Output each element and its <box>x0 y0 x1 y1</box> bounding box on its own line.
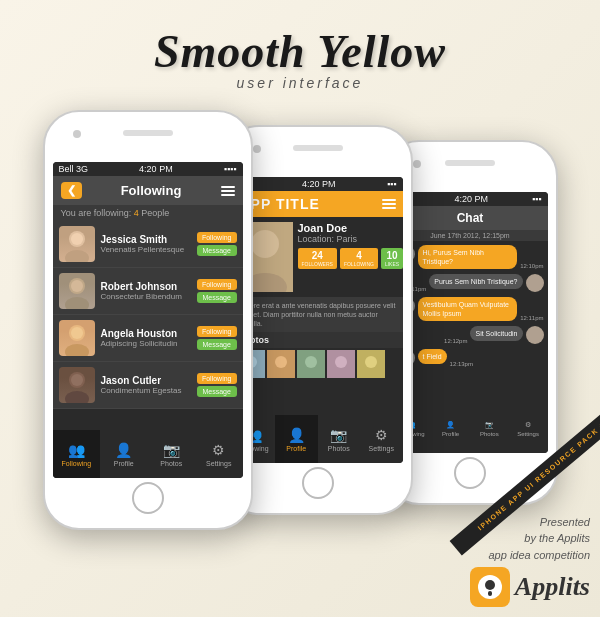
svg-point-8 <box>71 327 83 339</box>
contact-item-2[interactable]: Robert Johnson Consectetur Bibendum Foll… <box>53 268 243 315</box>
following-button-2[interactable]: Following <box>197 279 237 290</box>
photo-thumb-2[interactable] <box>267 350 295 378</box>
photo-thumb-5[interactable] <box>357 350 385 378</box>
tab-profile-label-2: Profile <box>286 445 306 452</box>
tab-profile-3[interactable]: 👤 Profile <box>431 405 470 453</box>
following-button-3[interactable]: Following <box>197 326 237 337</box>
svg-point-2 <box>71 233 83 245</box>
contact-item-4[interactable]: Jason Cutler Condimentum Egestas Followi… <box>53 362 243 409</box>
tab-profile-2[interactable]: 👤 Profile <box>275 415 318 463</box>
photo-thumb-4[interactable] <box>327 350 355 378</box>
following-button-4[interactable]: Following <box>197 373 237 384</box>
tab-settings-label-1: Settings <box>206 460 231 467</box>
chat-bubble-5: t Field <box>418 349 447 364</box>
profile-area: Joan Doe Location: Paris 24 FOLLOWERS 4 … <box>233 217 403 297</box>
photos-icon-3: 📷 <box>485 421 494 429</box>
chat-date: June 17th 2012, 12:15pm <box>393 230 548 241</box>
phone-screen-1: Bell 3G 4:20 PM ▪▪▪▪ ❮ Following You are… <box>53 162 243 478</box>
avatar-jason <box>59 367 95 403</box>
message-button-2[interactable]: Message <box>197 292 237 303</box>
tab-settings-1[interactable]: ⚙ Settings <box>195 430 243 478</box>
tab-following-label: Following <box>61 460 91 467</box>
tab-settings-2[interactable]: ⚙ Settings <box>360 415 403 463</box>
photos-grid <box>233 348 403 380</box>
contact-list: Jessica Smith Venenatis Pellentesque Fol… <box>53 221 243 409</box>
photo-thumb-3[interactable] <box>297 350 325 378</box>
stat-following: 4 FOLLOWING <box>340 248 378 269</box>
contact-buttons-4: Following Message <box>197 373 237 397</box>
main-title: Smooth Yellow <box>154 29 446 75</box>
stat-following-label: FOLLOWING <box>344 261 374 267</box>
tab-photos-3[interactable]: 📷 Photos <box>470 405 509 453</box>
carrier-1: Bell 3G <box>59 164 89 174</box>
menu-icon-1[interactable] <box>221 186 235 196</box>
settings-icon-3: ⚙ <box>525 421 531 429</box>
chat-time-4: 12:12pm <box>444 338 467 344</box>
tab-following-1[interactable]: 👥 Following <box>53 430 101 478</box>
svg-point-10 <box>65 391 89 403</box>
applits-icon <box>470 567 510 607</box>
contact-info-1: Jessica Smith Venenatis Pellentesque <box>101 234 191 254</box>
following-button-1[interactable]: Following <box>197 232 237 243</box>
profile-stats: 24 FOLLOWERS 4 FOLLOWING 10 LIKES <box>298 248 403 269</box>
tab-profile-1[interactable]: 👤 Profile <box>100 430 148 478</box>
svg-point-4 <box>65 297 89 309</box>
contact-sub-3: Adipiscing Sollicitudin <box>101 339 191 348</box>
tab-photos-label-1: Photos <box>160 460 182 467</box>
message-button-3[interactable]: Message <box>197 339 237 350</box>
back-button[interactable]: ❮ <box>61 182 82 199</box>
status-bar-2: 3G 4:20 PM ▪▪▪ <box>233 177 403 191</box>
contact-name-1: Jessica Smith <box>101 234 191 245</box>
contact-buttons-1: Following Message <box>197 232 237 256</box>
settings-icon-2: ⚙ <box>375 427 388 443</box>
photos-label: Photos <box>233 332 403 348</box>
tab-photos-1[interactable]: 📷 Photos <box>148 430 196 478</box>
home-button-3[interactable] <box>454 457 486 489</box>
home-button-2[interactable] <box>302 467 334 499</box>
chat-bubble-3: Vestibulum Quam Vulputate Mollis Ipsum <box>418 297 518 321</box>
tab-settings-label-3: Settings <box>517 431 539 437</box>
applits-brand: Applits <box>515 572 590 602</box>
message-button-4[interactable]: Message <box>197 386 237 397</box>
svg-point-13 <box>251 230 279 258</box>
home-button-1[interactable] <box>132 482 164 514</box>
tab-profile-label-1: Profile <box>114 460 134 467</box>
menu-icon-2[interactable] <box>382 199 396 209</box>
stat-followers-value: 24 <box>302 250 333 261</box>
tab-photos-label-2: Photos <box>328 445 350 452</box>
svg-rect-27 <box>488 591 492 596</box>
chat-msg-2: Purus Sem Nibh Tristique? 12:11pm <box>397 274 544 292</box>
avatar-robert <box>59 273 95 309</box>
chat-avatar-2 <box>526 274 544 292</box>
bio-text: psuere erat a ante venenatis dapibus pos… <box>233 297 403 332</box>
phone-speaker-1 <box>123 130 173 136</box>
phone-speaker-2 <box>293 145 343 151</box>
contact-item-1[interactable]: Jessica Smith Venenatis Pellentesque Fol… <box>53 221 243 268</box>
chat-bubble-1: Hi, Purus Sem Nibh Tristique? <box>418 245 518 269</box>
chat-bubble-2: Purus Sem Nibh Tristique? <box>429 274 522 289</box>
battery-2: ▪▪▪ <box>387 179 397 189</box>
svg-point-11 <box>71 374 83 386</box>
tab-settings-3[interactable]: ⚙ Settings <box>509 405 548 453</box>
profile-icon-3: 👤 <box>446 421 455 429</box>
applits-logo: Applits <box>470 567 590 607</box>
chat-time-5: 12:13pm <box>450 361 473 367</box>
chat-msg-5: t Field 12:13pm <box>397 349 544 367</box>
contact-buttons-3: Following Message <box>197 326 237 350</box>
app-header-2: APP TITLE <box>233 191 403 217</box>
chat-avatar-4 <box>526 326 544 344</box>
message-button-1[interactable]: Message <box>197 245 237 256</box>
phone-speaker-3 <box>445 160 495 166</box>
tab-photos-2[interactable]: 📷 Photos <box>318 415 361 463</box>
contact-sub-4: Condimentum Egestas <box>101 386 191 395</box>
contact-buttons-2: Following Message <box>197 279 237 303</box>
chat-header: Chat <box>393 206 548 230</box>
contact-info-2: Robert Johnson Consectetur Bibendum <box>101 281 191 301</box>
contact-info-3: Angela Houston Adipiscing Sollicitudin <box>101 328 191 348</box>
contact-item-3[interactable]: Angela Houston Adipiscing Sollicitudin F… <box>53 315 243 362</box>
phone-screen-3: 3G 4:20 PM ▪▪▪ Chat June 17th 2012, 12:1… <box>393 192 548 453</box>
contact-name-4: Jason Cutler <box>101 375 191 386</box>
avatar-angela <box>59 320 95 356</box>
tab-bar-2: 👥 Following 👤 Profile 📷 Photos ⚙ Setting… <box>233 415 403 463</box>
contact-name-3: Angela Houston <box>101 328 191 339</box>
